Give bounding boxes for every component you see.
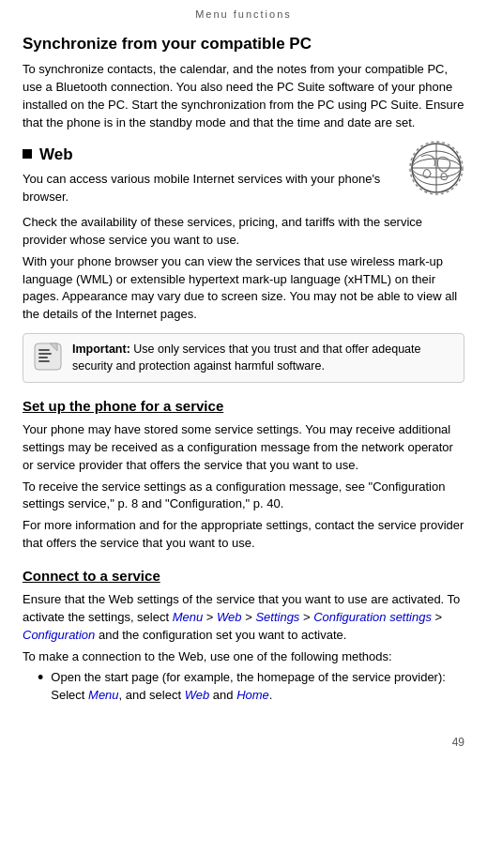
important-box: Important: Use only services that you tr… bbox=[23, 333, 464, 383]
square-bullet-icon bbox=[23, 149, 32, 159]
connect-title: Connect to a service bbox=[23, 566, 464, 586]
bullet-list: • Open the start page (for example, the … bbox=[38, 669, 464, 705]
svg-rect-10 bbox=[38, 360, 50, 362]
header-title: Menu functions bbox=[195, 8, 292, 20]
connect-body2: To make a connection to the Web, use one… bbox=[23, 648, 464, 666]
page-header: Menu functions bbox=[0, 0, 487, 25]
bullet-item-1: • Open the start page (for example, the … bbox=[38, 669, 464, 705]
setup-title: Set up the phone for a service bbox=[23, 396, 464, 416]
web-section: Web You can access various mobile Intern… bbox=[23, 144, 464, 384]
connect-menu-link: Menu bbox=[173, 610, 204, 624]
sync-section: Synchronize from your compatible PC To s… bbox=[23, 33, 464, 131]
globe-icon bbox=[408, 140, 464, 196]
svg-rect-7 bbox=[38, 349, 50, 351]
sync-title: Synchronize from your compatible PC bbox=[23, 33, 464, 55]
setup-body3: For more information and for the appropr… bbox=[23, 517, 464, 553]
bullet-menu-link: Menu bbox=[88, 688, 119, 702]
sync-body: To synchronize contacts, the calendar, a… bbox=[23, 61, 464, 131]
web-body2: Check the availability of these services… bbox=[23, 214, 464, 250]
setup-body2: To receive the service settings as a con… bbox=[23, 479, 464, 514]
connect-configuration-link: Configuration bbox=[23, 628, 95, 642]
connect-section: Connect to a service Ensure that the Web… bbox=[23, 566, 464, 705]
bullet-home-link: Home bbox=[236, 688, 269, 702]
connect-body1: Ensure that the Web settings of the serv… bbox=[23, 591, 464, 645]
svg-rect-8 bbox=[38, 353, 52, 355]
bullet-dot-icon: • bbox=[38, 669, 43, 688]
setup-body1: Your phone may have stored some service … bbox=[23, 421, 464, 475]
svg-rect-9 bbox=[38, 357, 48, 358]
page-number: 49 bbox=[0, 727, 487, 754]
bullet-content-1: Open the start page (for example, the ho… bbox=[51, 669, 464, 705]
web-body3: With your phone browser you can view the… bbox=[23, 253, 464, 324]
important-text: Important: Use only services that you tr… bbox=[72, 342, 454, 374]
web-body1: You can access various mobile Internet s… bbox=[23, 171, 399, 206]
connect-web-link: Web bbox=[217, 610, 242, 624]
connect-config-link: Configuration settings bbox=[313, 610, 432, 624]
setup-section: Set up the phone for a service Your phon… bbox=[23, 396, 464, 553]
important-icon bbox=[33, 342, 63, 372]
bullet-web-link: Web bbox=[185, 688, 210, 702]
web-title: Web bbox=[23, 144, 399, 166]
connect-settings-link: Settings bbox=[255, 610, 299, 624]
